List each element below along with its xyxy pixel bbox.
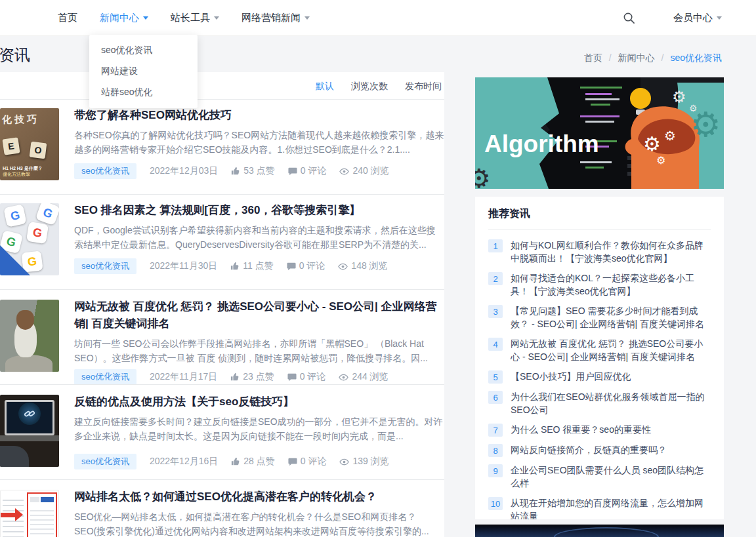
article-thumbnail[interactable]: [0, 300, 59, 372]
header-right: 会员中心: [623, 0, 722, 36]
rank-badge: 5: [488, 370, 503, 384]
recommended-link[interactable]: 网站无故被 百度优化 惩罚？ 挑选SEO公司要小心 - SEO公司| 企业网络营…: [511, 337, 711, 363]
article-thumbnail[interactable]: [0, 490, 59, 537]
article-title[interactable]: 网站无故被 百度优化 惩罚？ 挑选SEO公司要小心 - SEO公司| 企业网络营…: [74, 298, 444, 332]
recommended-list: 1如何与KOL网红顺利合作？教你如何在众多品牌中脱颖而出！【宁波海美seo优化官…: [475, 229, 724, 519]
sort-by-views[interactable]: 浏览次数: [351, 81, 388, 92]
news-center-dropdown: seo优化资讯 网站建设 站群seo优化: [89, 35, 198, 108]
breadcrumb-separator: /: [609, 52, 612, 64]
comment-icon: [287, 372, 297, 382]
dropdown-item-seo-news[interactable]: seo优化资讯: [89, 40, 198, 61]
decorative-shape: [5, 355, 52, 372]
like-count-label: 53 点赞: [243, 165, 274, 177]
article-date: 2022年11月17日: [150, 371, 217, 383]
list-item: 7为什么 SEO 很重要？seo的重要性: [488, 423, 711, 437]
banner-title: Algorithm: [484, 130, 599, 157]
recommended-title: 推荐资讯: [488, 197, 711, 229]
dropdown-item-website-build[interactable]: 网站建设: [89, 61, 198, 82]
divider: [0, 479, 444, 480]
recommended-link[interactable]: 为什么 SEO 很重要？seo的重要性: [511, 423, 651, 437]
list-item: 5【SEO小技巧】用户回应优化: [488, 370, 711, 384]
category-tag[interactable]: seo优化资讯: [74, 258, 136, 274]
category-tag[interactable]: seo优化资讯: [74, 454, 136, 469]
recommended-link[interactable]: 从现在开始增加您的百度网络流量，怎么增加网站流量: [511, 496, 711, 519]
thumb-up-icon: [231, 167, 240, 176]
comment-count-label: 0 评论: [301, 165, 327, 177]
recommended-link[interactable]: 企业公司SEO团队需要什么人员 seo团队结构怎么样: [511, 464, 711, 490]
dropdown-item-station-group[interactable]: 站群seo优化: [89, 82, 198, 103]
article-title[interactable]: SEO 排名因素之 算法规则[百度，360，谷歌等搜索引擎】: [74, 202, 444, 219]
chevron-down-icon: [717, 16, 722, 20]
recommended-link[interactable]: 网站反向链接简介，反链真的重要吗？: [511, 443, 667, 457]
breadcrumb-current: seo优化资讯: [670, 52, 722, 64]
list-item: 4网站无故被 百度优化 惩罚？ 挑选SEO公司要小心 - SEO公司| 企业网络…: [488, 337, 711, 363]
letter-tile: E: [2, 137, 20, 155]
red-arrow: [15, 508, 23, 521]
eye-icon: [338, 262, 348, 271]
article-row: 反链的优点及使用方法【关于seo反链技巧】 建立反向链接需要多长时间？建立反向链…: [0, 393, 444, 469]
article-thumbnail[interactable]: [0, 395, 59, 467]
rank-badge: 3: [488, 305, 503, 318]
thumb-photo-text: 優化方法教學: [3, 171, 30, 178]
article-thumbnail[interactable]: G G G G G: [0, 203, 59, 275]
article-meta: seo优化资讯 2022年11月17日 23 点赞 0 评论 244 浏览: [74, 369, 444, 385]
nav-member-center[interactable]: 会员中心: [673, 12, 722, 24]
gear-icon: ⚙: [690, 106, 721, 144]
recommended-link[interactable]: 如何与KOL网红顺利合作？教你如何在众多品牌中脱颖而出！【宁波海美seo优化官网…: [511, 239, 711, 265]
rank-badge: 6: [488, 391, 503, 404]
decorative-shape: [16, 310, 34, 330]
page-title: 资讯: [0, 45, 30, 66]
chevron-down-icon: [214, 16, 219, 20]
eye-icon: [339, 372, 348, 382]
list-item: 9企业公司SEO团队需要什么人员 seo团队结构怎么样: [488, 464, 711, 490]
nav-home-label: 首页: [58, 12, 77, 24]
thumb-up-icon: [231, 457, 240, 466]
recommended-link[interactable]: 【SEO小技巧】用户回应优化: [511, 370, 631, 384]
category-tag[interactable]: seo优化资讯: [74, 369, 136, 385]
breadcrumb: 首页 / 新闻中心 / seo优化资讯: [584, 52, 722, 64]
breadcrumb-section[interactable]: 新闻中心: [618, 52, 655, 64]
list-item: 8网站反向链接简介，反链真的重要吗？: [488, 443, 711, 457]
comment-count: 0 评论: [287, 371, 326, 383]
member-label: 会员中心: [673, 12, 713, 24]
rank-badge: 2: [488, 272, 503, 285]
article-title[interactable]: 网站排名太低？如何通过SEO优化提高潜在客户的转化机会？: [74, 488, 444, 506]
gear-icon: ⚙: [643, 133, 661, 155]
gear-icon: ⚙: [475, 164, 491, 189]
comment-count: 0 评论: [287, 260, 326, 272]
nav-news-center[interactable]: 新闻中心: [100, 12, 148, 24]
article-summary: 坊间有一些 SEO公司会以作弊手段推高网站排名，亦即所谓「黑帽SEO」 （Bla…: [74, 336, 444, 365]
list-item: 2如何寻找适合的KOL？一起探索这些必备小工具！【宁波海美seo优化官网】: [488, 271, 711, 298]
sort-by-time[interactable]: 发布时间: [405, 81, 442, 92]
rank-badge: 9: [488, 464, 503, 477]
comment-icon: [288, 167, 297, 176]
sort-default[interactable]: 默认: [316, 81, 334, 92]
decorative-shape: [30, 497, 39, 502]
category-tag[interactable]: seo优化资讯: [74, 163, 136, 179]
comment-count-label: 0 评论: [301, 456, 327, 467]
article-title[interactable]: 带您了解各种SEO网站优化技巧: [74, 107, 444, 124]
recommended-link[interactable]: 为什么我们在SEO站群优化服务领域首屈一指的SEO公司: [511, 390, 711, 416]
article-row: G G G G G SEO 排名因素之 算法规则[百度，360，谷歌等搜索引擎】…: [0, 202, 444, 274]
recommended-link[interactable]: 如何寻找适合的KOL？一起探索这些必备小工具！【宁波海美seo优化官网】: [511, 271, 711, 298]
breadcrumb-home[interactable]: 首页: [584, 52, 602, 64]
nav-home[interactable]: 首页: [58, 12, 77, 24]
algorithm-banner-image[interactable]: ⚙ ⚙ ⚙ ⚙ ⚙ ⚙ ⚙ Algorithm: [475, 77, 724, 189]
article-thumbnail[interactable]: 化技巧 E O H1 H2 H3 是什麼？ 優化方法教學: [0, 108, 59, 180]
list-item: 3【常见问题】SEO 需要花多少时间才能看到成效？ - SEO公司| 企业网络营…: [488, 304, 711, 330]
search-icon[interactable]: [623, 12, 635, 24]
divider: [0, 289, 444, 290]
like-count-label: 11 点赞: [243, 260, 273, 272]
article-title[interactable]: 反链的优点及使用方法【关于seo反链技巧】: [74, 393, 444, 410]
article-date: 2022年12月16日: [150, 456, 218, 467]
rank-badge: 10: [488, 497, 503, 510]
like-count: 28 点赞: [231, 456, 274, 467]
nav-tools-label: 站长工具: [171, 12, 210, 24]
article-row: 网站无故被 百度优化 惩罚？ 挑选SEO公司要小心 - SEO公司| 企业网络营…: [0, 298, 444, 385]
sidebar-image-partial[interactable]: [475, 525, 724, 537]
article-summary: SEO优化—网站排名太低，如何提高潜在客户的转化机会？什么是SEO和网页排名？S…: [74, 509, 444, 537]
recommended-link[interactable]: 【常见问题】SEO 需要花多少时间才能看到成效？ - SEO公司| 企业网络营销…: [511, 304, 711, 330]
nav-marketing-news[interactable]: 网络营销新闻: [242, 12, 310, 24]
nav-webmaster-tools[interactable]: 站长工具: [171, 12, 219, 24]
like-count-label: 28 点赞: [243, 456, 274, 467]
